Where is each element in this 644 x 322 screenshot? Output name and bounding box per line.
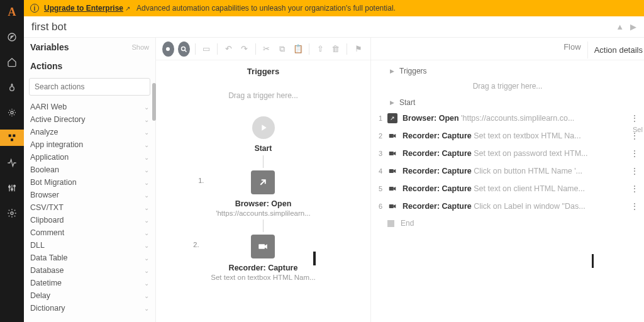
record-button[interactable] [162, 42, 174, 57]
activity-icon[interactable] [0, 155, 24, 171]
chevron-down-icon: ⌄ [144, 129, 149, 136]
list-row[interactable]: 5Recorder: Capture Set text on client HT… [371, 180, 644, 197]
more-icon[interactable]: ⋮ [630, 149, 639, 158]
svg-point-14 [166, 47, 170, 51]
camera-icon [251, 235, 275, 258]
svg-line-16 [185, 50, 187, 52]
camera-icon [387, 201, 397, 211]
flow-canvas[interactable]: Triggers Drag a trigger here... Start 1.… [156, 60, 370, 322]
row-number: 4 [374, 167, 382, 175]
action-list: AARI Web⌄Active Directory⌄Analyze⌄App in… [24, 101, 155, 322]
list-row[interactable]: 3Recorder: Capture Set text on password … [371, 145, 644, 162]
settings-icon[interactable] [0, 205, 24, 221]
variables-show[interactable]: Show [131, 43, 149, 51]
delete-icon[interactable]: 🗑 [330, 42, 342, 57]
upgrade-link[interactable]: Upgrade to Enterprise [44, 4, 123, 13]
undo-icon[interactable]: ↶ [223, 42, 235, 57]
action-group[interactable]: Data Table⌄ [24, 252, 155, 264]
list-end: End [371, 215, 644, 231]
warning-icon[interactable]: ▲ [616, 22, 624, 31]
svg-point-10 [9, 186, 11, 188]
list-row[interactable]: 6Recorder: Capture Click on Label in win… [371, 197, 644, 215]
action-group[interactable]: Datetime⌄ [24, 277, 155, 289]
list-row[interactable]: 2Recorder: Capture Set text on textbox H… [371, 127, 644, 145]
action-group[interactable]: Clipboard⌄ [24, 214, 155, 226]
action-group[interactable]: Browser⌄ [24, 189, 155, 201]
open-link-icon: ↗ [387, 113, 397, 123]
svg-rect-20 [389, 134, 394, 138]
up-icon[interactable]: ⇧ [314, 42, 326, 57]
action-group[interactable]: DLL⌄ [24, 239, 155, 252]
gear-icon[interactable] [0, 104, 24, 121]
action-group[interactable]: Delay⌄ [24, 289, 155, 302]
svg-marker-29 [394, 204, 396, 208]
svg-rect-26 [389, 187, 394, 191]
list-triggers-header[interactable]: ▶Triggers [371, 64, 644, 78]
play-icon[interactable]: ▶ [630, 22, 636, 31]
list-row[interactable]: 1↗Browser: Open 'https://accounts.simpli… [371, 109, 644, 127]
bot-icon[interactable] [0, 79, 24, 96]
paste-icon[interactable]: 📋 [292, 42, 304, 57]
packages-icon[interactable] [0, 130, 24, 146]
upgrade-banner: i Upgrade to Enterprise ↗ Advanced autom… [24, 0, 644, 16]
action-details-panel[interactable]: Action details [587, 42, 644, 58]
more-icon[interactable]: ⋮ [630, 114, 639, 123]
action-group[interactable]: Bot Migration⌄ [24, 176, 155, 189]
action-group[interactable]: Dictionary⌄ [24, 302, 155, 314]
more-icon[interactable]: ⋮ [630, 184, 639, 193]
flow-step-2[interactable]: 2. Recorder: Capture Set text on textbox… [211, 235, 315, 281]
action-group[interactable]: AARI Web⌄ [24, 101, 155, 113]
more-icon[interactable]: ⋮ [630, 202, 639, 211]
chevron-down-icon: ⌄ [144, 217, 149, 224]
start-node[interactable]: Start [252, 116, 275, 153]
info-icon: i [30, 4, 39, 13]
more-icon[interactable]: ⋮ [630, 167, 639, 175]
action-group[interactable]: Boolean⌄ [24, 164, 155, 176]
camera-icon [387, 131, 397, 141]
step-subtitle: Set text on textbox HTML Nam... [211, 274, 315, 281]
inspect-button[interactable] [178, 42, 190, 57]
sliders-icon[interactable] [0, 180, 24, 196]
cut-icon[interactable]: ✂ [260, 42, 272, 57]
home-icon[interactable] [0, 54, 24, 70]
svg-rect-5 [13, 135, 15, 137]
step-number: 1. [198, 177, 204, 184]
copy-icon[interactable]: ⧉ [276, 42, 288, 57]
flag-icon[interactable]: ⚑ [352, 42, 364, 57]
step-number: 2. [193, 241, 199, 248]
action-group[interactable]: Application⌄ [24, 151, 155, 164]
svg-point-2 [10, 87, 14, 91]
action-group[interactable]: Analyze⌄ [24, 126, 155, 138]
row-label: Recorder: Capture Click on Label in wind… [402, 202, 625, 211]
action-group[interactable]: App integration⌄ [24, 138, 155, 151]
compass-icon[interactable] [0, 29, 24, 45]
chevron-down-icon: ⌄ [144, 230, 149, 236]
screen-icon[interactable]: ▭ [200, 42, 212, 57]
variables-header[interactable]: Variables Show [24, 38, 155, 57]
row-number: 5 [374, 185, 382, 192]
list-panel: Flow List Dual Action details ▶Triggers … [371, 38, 644, 322]
flow-step-1[interactable]: 1. Browser: Open 'https://accounts.simpl… [216, 170, 310, 217]
drag-trigger-hint: Drag a trigger here... [156, 91, 370, 100]
action-group[interactable]: Comment⌄ [24, 226, 155, 239]
action-group[interactable]: CSV/TXT⌄ [24, 201, 155, 214]
action-group[interactable]: Database⌄ [24, 264, 155, 277]
svg-point-11 [11, 189, 13, 191]
camera-icon [387, 148, 397, 158]
brand-logo[interactable]: A [0, 4, 24, 20]
list-start-header[interactable]: ▶Start [371, 96, 644, 109]
search-actions-input[interactable] [29, 78, 150, 96]
svg-point-3 [11, 111, 13, 114]
flow-toolbar: ▭ ↶ ↷ ✂ ⧉ 📋 ⇧ 🗑 ⚑ [156, 38, 370, 60]
icon-rail: A [0, 0, 24, 322]
row-label: Recorder: Capture Set text on client HTM… [402, 184, 625, 193]
list-row[interactable]: 4Recorder: Capture Click on button HTML … [371, 162, 644, 180]
chevron-down-icon: ⌄ [144, 154, 149, 161]
list-drag-hint: Drag a trigger here... [371, 78, 644, 96]
banner-desc: Advanced automation capabilities to unle… [136, 4, 396, 13]
redo-icon[interactable]: ↷ [238, 42, 250, 57]
svg-marker-23 [394, 152, 396, 155]
tab-flow[interactable]: Flow [564, 42, 580, 55]
svg-rect-22 [389, 152, 394, 155]
action-group[interactable]: Active Directory⌄ [24, 113, 155, 126]
